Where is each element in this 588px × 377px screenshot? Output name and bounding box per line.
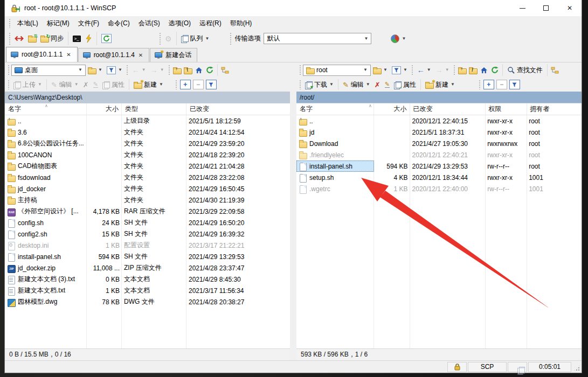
remote-path-bar[interactable]: /root/ [296, 92, 582, 103]
synchronize-button[interactable]: ↻ 同步 [38, 32, 66, 45]
file-row-.friendlyelec[interactable]: .friendlyelec2020/12/1 22:40:21rwxr-xr-x… [296, 149, 582, 160]
drive-grip-r3[interactable] [453, 65, 455, 75]
tab-session-root@10.1.1.4[interactable]: root@10.1.1.4✕ [78, 48, 150, 62]
panel-splitter[interactable] [290, 62, 296, 360]
cmd-grip-r[interactable] [299, 80, 301, 89]
compare-directories-button[interactable] [12, 33, 26, 44]
column-header-owner[interactable]: 拥有者 [527, 103, 582, 115]
remote-home-dir-button[interactable] [479, 65, 489, 75]
local-drive-combo[interactable]: 桌面 ▼ [11, 65, 86, 76]
menu-item-6[interactable]: 远程(R) [195, 17, 226, 29]
tab-close-icon[interactable]: ✕ [138, 52, 143, 58]
session-color-button[interactable]: ▼ [389, 33, 408, 45]
file-row-《外部空间设计》 [...[interactable]: 《外部空间设计》 [...4,178 KBRAR 压缩文件2021/3/29 2… [5, 206, 290, 217]
file-row-jd_docker[interactable]: jd_docker文件夹2021/4/29 16:50:45 [5, 183, 290, 194]
remote-select-add-button[interactable]: + [483, 80, 494, 89]
file-row-园林模型.dwg[interactable]: 园林模型.dwg78 KBDWG 文件2021/4/28 20:38:27 [5, 296, 290, 308]
remote-select-remove-button[interactable]: − [496, 80, 507, 89]
resize-grip-icon[interactable] [573, 365, 580, 372]
menu-item-2[interactable]: 文件(F) [74, 17, 103, 29]
transfer-preset-combo[interactable]: 默认 ▼ [264, 33, 371, 44]
file-row-jd_docker.zip[interactable]: jd_docker.zip11,008 ...ZIP 压缩文件2021/4/28… [5, 262, 290, 274]
remote-back-button[interactable]: ←▼ [415, 65, 433, 75]
remote-delete-button[interactable]: ✗ [372, 80, 383, 90]
drive-grip-3[interactable] [168, 65, 170, 75]
local-home-dir-button[interactable] [193, 65, 204, 75]
column-header-name[interactable]: 名字 [296, 103, 374, 115]
remote-selection-filter-button[interactable] [509, 80, 520, 89]
minimize-button[interactable] [510, 0, 534, 16]
file-row-.wgetrc[interactable]: .wgetrc1 KB2020/12/1 22:40:00rw-r--r--10… [296, 183, 582, 194]
connection-cell[interactable] [508, 362, 527, 372]
local-filter-button[interactable]: ▼ [105, 65, 124, 76]
cmd-grip-r2[interactable] [479, 80, 481, 89]
column-header-size[interactable]: 大小 [87, 103, 122, 115]
remote-forward-button[interactable]: →▼ [433, 65, 452, 75]
file-row-setup.sh[interactable]: setup.sh4 KB2020/12/1 18:34:44rwxr-xr-x1… [296, 172, 582, 183]
file-row-install-panel.sh[interactable]: install-panel.sh594 KB2021/4/29 13:29:53… [296, 160, 582, 172]
toolbar-grip-3[interactable] [230, 32, 232, 45]
local-parent-dir-button[interactable]: ↑ [172, 65, 183, 75]
drive-grip-r[interactable] [299, 65, 301, 75]
tab-new-session[interactable]: 新建会话 [150, 48, 197, 62]
file-row-100CANON[interactable]: 100CANON文件夹2021/4/18 22:39:20 [5, 149, 290, 160]
file-row-desktop.ini[interactable]: desktop.ini1 KB配置设置2021/3/17 21:22:21 [5, 240, 290, 251]
preferences-button[interactable]: ⚙ [163, 33, 174, 44]
remote-tree-button[interactable] [550, 65, 561, 75]
synchronize-browsing-button[interactable]: ⇅ [26, 34, 38, 43]
encryption-cell[interactable] [447, 362, 467, 372]
file-row-CAD植物图表[interactable]: CAD植物图表文件夹2021/4/21 21:04:28 [5, 160, 290, 172]
local-select-remove-button[interactable]: − [193, 80, 204, 89]
open-console-button[interactable]: >_ [71, 34, 83, 44]
menu-item-1[interactable]: 标记(M) [43, 17, 74, 29]
file-row-fsdownload[interactable]: fsdownload文件夹2021/4/28 23:22:08 [5, 172, 290, 183]
file-row-jd[interactable]: jd2021/5/1 18:37:31rwxr-xr-xroot [296, 127, 582, 138]
local-path-bar[interactable]: C:\Users\Wangz\Desktop\ [5, 92, 290, 103]
cmd-grip[interactable] [8, 80, 10, 89]
local-refresh-button[interactable] [204, 65, 215, 75]
file-row-3.6[interactable]: 3.6文件夹2021/4/24 14:12:54 [5, 127, 290, 138]
remote-rename-button[interactable]: ✎ [383, 80, 392, 89]
refresh-session-button[interactable] [99, 32, 114, 45]
remote-properties-button[interactable]: ✓ 属性 [392, 79, 418, 91]
menu-item-0[interactable]: 本地(L) [13, 17, 43, 29]
remote-new-button[interactable]: ✱ 新建 ▼ [423, 79, 457, 91]
find-files-button[interactable]: 查找文件 [505, 64, 545, 76]
menu-item-3[interactable]: 命令(C) [103, 17, 134, 29]
local-select-add-button[interactable]: + [180, 80, 191, 89]
file-row-..[interactable]: ..2020/12/1 22:40:15rwxr-xr-xroot [296, 115, 582, 127]
close-button[interactable]: ✕ [558, 0, 582, 16]
upload-button[interactable]: 上传 ▼ [11, 79, 44, 91]
local-forward-button[interactable]: →▼ [148, 65, 167, 75]
cmd-grip-2[interactable] [175, 80, 177, 89]
menu-item-7[interactable]: 帮助(H) [226, 17, 257, 29]
column-header-changed[interactable]: 已改变 [410, 103, 486, 115]
local-edit-button[interactable]: ✎ 编辑 ▼ [49, 79, 81, 91]
menu-grip[interactable] [9, 18, 11, 28]
column-header-changed[interactable]: 已改变 [186, 103, 269, 115]
toolbar-grip[interactable] [9, 32, 11, 45]
remote-drive-combo[interactable]: root ▼ [303, 65, 371, 76]
column-header-perm[interactable]: 权限 [485, 103, 527, 115]
maximize-button[interactable] [534, 0, 558, 16]
remote-refresh-button[interactable] [489, 65, 500, 75]
toolbar-grip-2[interactable] [159, 32, 161, 45]
column-header-type[interactable]: 类型 [122, 103, 186, 115]
file-row-Download[interactable]: Download2021/4/27 19:05:30rwxrwxrwxroot [296, 138, 582, 149]
remote-filter-button[interactable]: ▼ [390, 65, 410, 76]
file-row-install-panel.sh[interactable]: install-panel.sh594 KBSH 文件2021/4/29 13:… [5, 251, 290, 262]
local-back-button[interactable]: ←▼ [130, 65, 148, 75]
download-button[interactable]: ▼ 下载 ▼ [303, 79, 336, 91]
drive-grip[interactable] [8, 65, 10, 75]
drive-grip-2[interactable] [126, 65, 128, 75]
local-delete-button[interactable]: ✗ [81, 80, 91, 90]
column-header-size[interactable]: 大小 [374, 103, 410, 115]
local-open-dir-button[interactable]: ▼ [86, 66, 105, 75]
file-row-..[interactable]: ..上级目录2021/5/1 18:12:59 [5, 115, 290, 127]
menu-item-5[interactable]: 选项(O) [164, 17, 195, 29]
tab-session-root@10.1.1.1[interactable]: root@10.1.1.1✕ [6, 47, 78, 62]
file-row-新建文本文档 (3).txt[interactable]: 新建文本文档 (3).txt0 KB文本文档2021/4/29 8:45:30 [5, 274, 290, 285]
local-rename-button[interactable]: ✎ [91, 80, 100, 89]
file-row-6.8公顷公园设计任务...[interactable]: 6.8公顷公园设计任务...文件夹2021/4/29 23:59:20 [5, 138, 290, 149]
remote-edit-button[interactable]: ✎ 编辑 ▼ [341, 79, 372, 91]
